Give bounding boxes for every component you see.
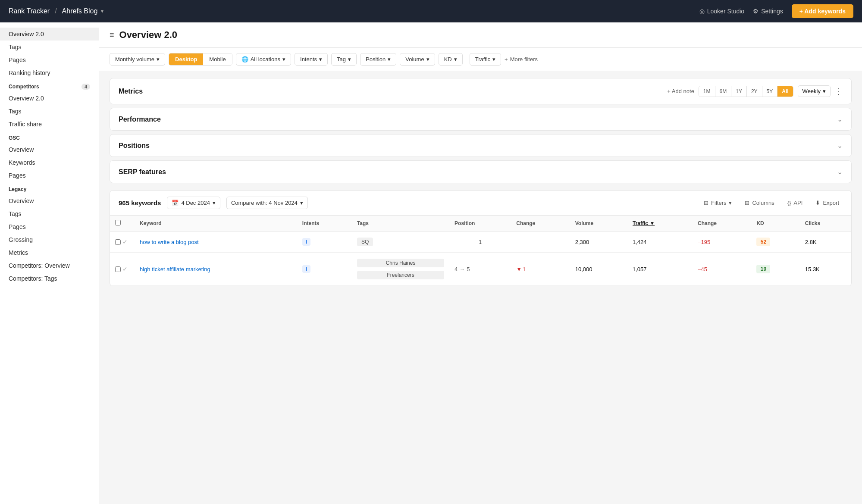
- sidebar-item-gsc-keywords[interactable]: Keywords: [0, 156, 99, 169]
- sidebar-item-ranking-history[interactable]: Ranking history: [0, 66, 99, 79]
- sidebar-item-legacy-competitors-tags[interactable]: Competitors: Tags: [0, 272, 99, 285]
- row2-change-value: 1: [523, 266, 526, 272]
- settings-link[interactable]: ⚙ Settings: [753, 8, 783, 15]
- looker-studio-link[interactable]: ◎ Looker Studio: [699, 8, 744, 15]
- sidebar-item-traffic-share[interactable]: Traffic share: [0, 118, 99, 131]
- header-change[interactable]: Change: [511, 216, 570, 232]
- desktop-tab[interactable]: Desktop: [169, 53, 203, 65]
- competitors-label: Competitors: [9, 84, 39, 90]
- sidebar-item-legacy-overview[interactable]: Overview: [0, 194, 99, 207]
- time-btn-1m[interactable]: 1M: [699, 86, 715, 97]
- weekly-dropdown[interactable]: Weekly ▾: [798, 85, 831, 97]
- kd-filter[interactable]: KD ▾: [439, 53, 463, 66]
- columns-icon: ⊞: [745, 200, 749, 206]
- row2-pos-from: 4: [455, 266, 458, 272]
- nav-brand: Rank Tracker / Ahrefs Blog ▾: [9, 7, 103, 15]
- all-locations-label: All locations: [251, 56, 280, 63]
- compare-date-button[interactable]: Compare with: 4 Nov 2024 ▾: [226, 197, 308, 209]
- sidebar-item-legacy-grossing[interactable]: Grossing: [0, 233, 99, 246]
- position-label: Position: [366, 56, 386, 63]
- header-traffic-change[interactable]: Change: [693, 216, 751, 232]
- filters-label: Filters: [711, 200, 726, 206]
- select-all-checkbox[interactable]: [115, 220, 121, 225]
- hamburger-icon[interactable]: ≡: [110, 31, 114, 40]
- serp-features-header[interactable]: SERP features ⌄: [110, 161, 851, 183]
- sidebar-item-legacy-metrics[interactable]: Metrics: [0, 246, 99, 259]
- project-dropdown-arrow[interactable]: ▾: [101, 8, 103, 14]
- all-locations-filter[interactable]: 🌐 All locations ▾: [236, 53, 291, 66]
- row1-check-icon: ✓: [122, 238, 128, 245]
- sidebar-item-gsc-overview[interactable]: Overview: [0, 143, 99, 156]
- mobile-label: Mobile: [209, 56, 226, 63]
- intents-dropdown-icon: ▾: [319, 56, 322, 63]
- filters-button[interactable]: ⊟ Filters ▾: [700, 197, 735, 209]
- keywords-table: Keyword Intents Tags Position Change Vol…: [110, 216, 851, 286]
- row1-volume-cell: 2,300: [570, 232, 627, 253]
- mobile-tab[interactable]: Mobile: [203, 53, 232, 65]
- add-keywords-button[interactable]: + Add keywords: [792, 4, 853, 18]
- header-kd[interactable]: KD: [751, 216, 799, 232]
- export-button[interactable]: ⬇ Export: [812, 197, 843, 209]
- header-volume[interactable]: Volume: [570, 216, 627, 232]
- position-dropdown-icon: ▾: [388, 56, 391, 63]
- sidebar-item-legacy-competitors-overview[interactable]: Competitors: Overview: [0, 259, 99, 272]
- positions-collapse-arrow[interactable]: ⌄: [837, 141, 843, 150]
- compare-label: Compare with: 4 Nov 2024: [231, 200, 298, 206]
- monthly-volume-filter[interactable]: Monthly volume ▾: [110, 53, 165, 66]
- sidebar-item-overview-2[interactable]: Overview 2.0: [0, 28, 99, 41]
- intents-filter[interactable]: Intents ▾: [295, 53, 328, 66]
- metrics-header[interactable]: Metrics + Add note 1M 6M 1Y 2Y 5Y All We: [110, 78, 851, 104]
- api-button[interactable]: {} API: [784, 197, 806, 209]
- date-picker-button[interactable]: 📅 4 Dec 2024 ▾: [167, 197, 220, 209]
- sidebar-item-legacy-tags[interactable]: Tags: [0, 207, 99, 220]
- sidebar-item-legacy-pages[interactable]: Pages: [0, 220, 99, 233]
- metrics-three-dots[interactable]: ⋮: [835, 87, 843, 96]
- row1-keyword-cell: how to write a blog post: [135, 232, 297, 253]
- more-filters-button[interactable]: + More filters: [505, 56, 538, 63]
- performance-header[interactable]: Performance ⌄: [110, 108, 851, 130]
- export-label: Export: [823, 200, 839, 206]
- traffic-filter[interactable]: Traffic ▾: [470, 53, 501, 66]
- performance-collapse-arrow[interactable]: ⌄: [837, 115, 843, 123]
- gear-icon: ⚙: [753, 8, 759, 15]
- header-tags[interactable]: Tags: [352, 216, 449, 232]
- row2-clicks-cell: 15.3K: [800, 253, 851, 286]
- traffic-label: Traffic: [475, 56, 490, 63]
- add-keywords-label: + Add keywords: [799, 8, 846, 15]
- sidebar-item-gsc-pages[interactable]: Pages: [0, 169, 99, 182]
- sidebar-item-pages[interactable]: Pages: [0, 53, 99, 66]
- row2-checkbox[interactable]: [115, 266, 121, 272]
- header-traffic[interactable]: Traffic ▼: [627, 216, 693, 232]
- time-btn-6m[interactable]: 6M: [715, 86, 732, 97]
- keywords-toolbar: 965 keywords 📅 4 Dec 2024 ▾ Compare with…: [110, 191, 851, 216]
- add-note-button[interactable]: + Add note: [667, 88, 694, 94]
- row2-pos-to: 5: [467, 266, 470, 272]
- sidebar-item-tags-label: Tags: [9, 44, 22, 50]
- columns-button[interactable]: ⊞ Columns: [741, 197, 777, 209]
- header-keyword[interactable]: Keyword: [135, 216, 297, 232]
- sidebar-item-competitors-overview[interactable]: Overview 2.0: [0, 92, 99, 105]
- sidebar: Overview 2.0 Tags Pages Ranking history …: [0, 22, 99, 504]
- row1-keyword-link[interactable]: how to write a blog post: [140, 239, 199, 245]
- time-btn-2y[interactable]: 2Y: [747, 86, 762, 97]
- row2-intent-badge: I: [302, 265, 310, 273]
- tag-filter[interactable]: Tag ▾: [331, 53, 357, 66]
- time-btn-1y[interactable]: 1Y: [731, 86, 747, 97]
- row2-tag-chris: Chris Haines: [357, 259, 444, 267]
- positions-header[interactable]: Positions ⌄: [110, 135, 851, 157]
- header-intents[interactable]: Intents: [297, 216, 352, 232]
- time-btn-5y[interactable]: 5Y: [762, 86, 778, 97]
- plus-icon: +: [505, 56, 508, 63]
- sidebar-item-competitors-tags[interactable]: Tags: [0, 105, 99, 118]
- header-clicks[interactable]: Clicks: [800, 216, 851, 232]
- row2-keyword-link[interactable]: high ticket affiliate marketing: [140, 266, 210, 272]
- position-filter[interactable]: Position ▾: [360, 53, 396, 66]
- arrow-down-red-icon: ▼: [516, 266, 522, 272]
- volume-filter[interactable]: Volume ▾: [400, 53, 435, 66]
- serp-features-collapse-arrow[interactable]: ⌄: [837, 168, 843, 176]
- time-btn-all[interactable]: All: [777, 86, 793, 97]
- sidebar-item-tags[interactable]: Tags: [0, 41, 99, 53]
- row1-checkbox[interactable]: [115, 239, 121, 245]
- header-position[interactable]: Position: [449, 216, 511, 232]
- row2-checkbox-cell: ✓: [110, 253, 135, 286]
